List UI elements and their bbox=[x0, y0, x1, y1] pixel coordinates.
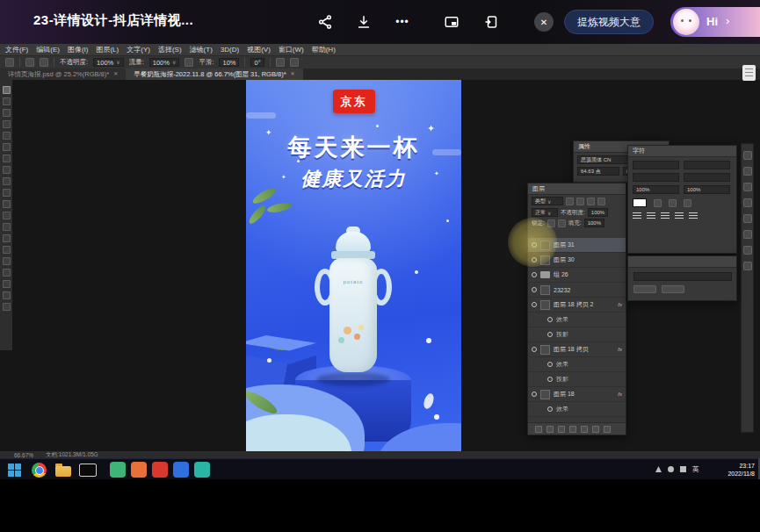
lasso-tool-icon[interactable] bbox=[3, 109, 11, 117]
gradient-tool-icon[interactable] bbox=[3, 212, 11, 219]
layer-thumbnail[interactable] bbox=[540, 390, 550, 399]
hand-tool-icon[interactable] bbox=[3, 291, 11, 299]
more-icon[interactable]: ••• bbox=[392, 11, 413, 32]
eraser-tool-icon[interactable] bbox=[3, 200, 11, 208]
share-icon[interactable] bbox=[315, 11, 336, 32]
eye-icon[interactable] bbox=[547, 332, 553, 337]
option-icon[interactable] bbox=[25, 58, 34, 67]
char-field[interactable] bbox=[633, 161, 679, 169]
layer-effect-row[interactable]: 投影 bbox=[528, 372, 626, 387]
account-pill[interactable]: Hi › bbox=[670, 7, 760, 37]
tool-preset-icon[interactable] bbox=[5, 58, 14, 67]
smooth-field[interactable]: 10% bbox=[219, 58, 239, 67]
link-layers-icon[interactable] bbox=[535, 426, 542, 433]
layer-row[interactable]: 图层 18 拷贝fx bbox=[528, 342, 626, 357]
eye-icon[interactable] bbox=[547, 362, 553, 367]
tab-close-icon[interactable]: ✕ bbox=[113, 68, 118, 80]
crop-tool-icon[interactable] bbox=[3, 132, 11, 140]
layer-row[interactable]: 组 26 bbox=[528, 268, 626, 283]
new-layer-icon[interactable] bbox=[592, 426, 599, 433]
align-right-icon[interactable] bbox=[661, 212, 670, 220]
app-icon-orange[interactable] bbox=[130, 461, 148, 478]
faux-italic-icon[interactable] bbox=[669, 199, 677, 207]
dock-color-icon[interactable] bbox=[743, 151, 752, 160]
menubar-item[interactable]: 滤镜(T) bbox=[190, 45, 213, 54]
panel-title[interactable]: 字符 bbox=[633, 147, 645, 155]
justify-all-icon[interactable] bbox=[689, 212, 698, 220]
text-tool-icon[interactable] bbox=[3, 257, 11, 265]
file-explorer-icon[interactable] bbox=[54, 461, 72, 478]
horizontal-scale-field[interactable]: 100% bbox=[684, 185, 730, 194]
pen-tool-icon[interactable] bbox=[3, 246, 11, 254]
wand-tool-icon[interactable] bbox=[3, 120, 11, 128]
eye-icon[interactable] bbox=[547, 317, 553, 322]
tray-clock[interactable]: 23:17 2022/11/8 bbox=[727, 462, 755, 478]
app-icon-green[interactable] bbox=[109, 461, 127, 478]
layer-effect-row[interactable]: 投影 bbox=[528, 327, 626, 342]
eye-icon[interactable] bbox=[532, 392, 537, 397]
eyedropper-tool-icon[interactable] bbox=[3, 143, 11, 151]
layer-thumbnail[interactable] bbox=[540, 300, 550, 310]
text-color-swatch[interactable] bbox=[633, 198, 647, 207]
dock-swatches-icon[interactable] bbox=[743, 167, 752, 176]
quick-action-field[interactable] bbox=[633, 272, 732, 281]
delete-layer-icon[interactable] bbox=[604, 426, 611, 433]
shape-tool-icon[interactable] bbox=[3, 280, 11, 288]
menubar-item[interactable]: 编辑(E) bbox=[36, 45, 60, 54]
quick-action-button[interactable] bbox=[633, 285, 656, 293]
chrome-icon[interactable] bbox=[30, 461, 47, 478]
faux-bold-icon[interactable] bbox=[654, 199, 662, 207]
tab-close-icon[interactable]: ✕ bbox=[291, 68, 295, 80]
download-icon[interactable] bbox=[353, 11, 374, 32]
group-folder-icon[interactable] bbox=[540, 271, 550, 278]
menubar-item[interactable]: 文件(F) bbox=[5, 45, 28, 54]
flow-field[interactable]: 100%∨ bbox=[149, 58, 180, 67]
blend-mode-field[interactable]: 正常∨ bbox=[532, 208, 558, 217]
layer-thumbnail[interactable] bbox=[540, 285, 550, 295]
eye-icon[interactable] bbox=[532, 272, 537, 277]
marquee-tool-icon[interactable] bbox=[3, 97, 11, 105]
layer-thumbnail[interactable] bbox=[540, 345, 550, 355]
pip-icon[interactable] bbox=[441, 11, 462, 32]
path-select-tool-icon[interactable] bbox=[3, 269, 11, 277]
option-icon[interactable] bbox=[40, 58, 48, 67]
eye-icon[interactable] bbox=[532, 347, 537, 352]
document-tab-active[interactable]: 早餐奶瓶海报-2022.11.8 @ 66.7%(图层 31, RGB/8)*✕ bbox=[126, 68, 302, 80]
active-window-icon[interactable] bbox=[79, 461, 97, 478]
brush-tool-icon[interactable] bbox=[3, 166, 11, 174]
filter-adjust-icon[interactable] bbox=[576, 198, 584, 205]
dodge-tool-icon[interactable] bbox=[3, 234, 11, 242]
move-tool-icon[interactable] bbox=[3, 86, 11, 94]
layer-row[interactable]: 23232 bbox=[528, 283, 626, 298]
eye-icon[interactable] bbox=[532, 287, 537, 292]
char-field[interactable] bbox=[684, 173, 730, 182]
dock-libraries-icon[interactable] bbox=[743, 183, 752, 191]
align-center-icon[interactable] bbox=[647, 212, 655, 220]
notes-icon[interactable] bbox=[742, 65, 756, 81]
font-size-field[interactable]: 64.63 点 bbox=[577, 167, 619, 176]
fx-icon[interactable]: fx bbox=[618, 392, 622, 397]
new-group-icon[interactable] bbox=[581, 426, 588, 433]
tray-network-icon[interactable] bbox=[668, 466, 674, 472]
close-icon[interactable]: ✕ bbox=[534, 12, 554, 32]
poster-canvas[interactable]: 京东 每天来一杯 健康又活力 ✦ ✦ ✦ ✦ potato bbox=[246, 79, 461, 451]
layer-filter-field[interactable]: 类型∨ bbox=[532, 197, 563, 205]
layer-effect-row[interactable]: 效果 bbox=[528, 402, 626, 417]
layer-row[interactable]: 图层 18 拷贝 2fx bbox=[528, 298, 626, 313]
menubar-item[interactable]: 文字(Y) bbox=[127, 45, 150, 54]
zoom-tool-icon[interactable] bbox=[3, 303, 11, 311]
tray-volume-icon[interactable] bbox=[680, 466, 686, 472]
layer-opacity-field[interactable]: 100% bbox=[588, 208, 608, 217]
zoom-level[interactable]: 66.67% bbox=[14, 452, 33, 458]
char-field[interactable] bbox=[684, 161, 730, 169]
app-icon-blue[interactable] bbox=[172, 461, 190, 478]
document-tab[interactable]: 详情页海报.psd @ 25.2%(RGB/8)*✕ bbox=[0, 68, 126, 80]
menubar-item[interactable]: 3D(D) bbox=[221, 46, 239, 54]
filter-pixel-icon[interactable] bbox=[566, 198, 574, 205]
filter-type-icon[interactable] bbox=[587, 198, 595, 205]
eye-icon[interactable] bbox=[532, 302, 537, 307]
menubar-item[interactable]: 选择(S) bbox=[158, 45, 182, 54]
option-icon[interactable] bbox=[276, 58, 285, 67]
summarize-video-button[interactable]: 提炼视频大意 bbox=[564, 10, 654, 34]
app-icon-teal[interactable] bbox=[193, 461, 211, 478]
